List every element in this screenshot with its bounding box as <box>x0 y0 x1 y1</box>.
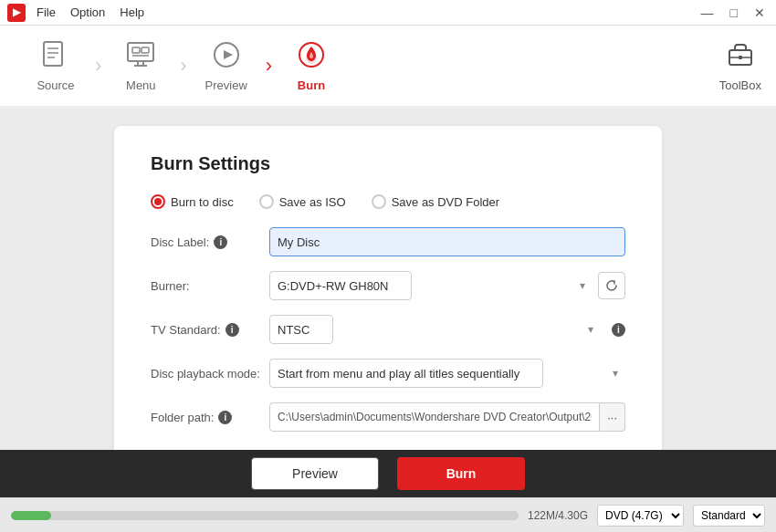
preview-nav-label: Preview <box>205 78 247 92</box>
nav-items: Source › Menu › <box>15 26 352 106</box>
radio-circle-iso <box>259 194 274 209</box>
disc-playback-arrow-wrap: Start from menu and play all titles sequ… <box>269 359 625 388</box>
minimize-button[interactable]: — <box>697 5 718 20</box>
radio-save-iso[interactable]: Save as ISO <box>259 194 346 209</box>
disc-playback-select[interactable]: Start from menu and play all titles sequ… <box>269 359 543 388</box>
preview-icon <box>211 39 242 75</box>
burn-settings-card: Burn Settings Burn to disc Save as ISO S… <box>114 126 662 450</box>
svg-rect-4 <box>128 43 153 61</box>
progress-bar-fill <box>11 511 51 520</box>
menu-file[interactable]: File <box>37 5 56 19</box>
title-bar: ▶ File Option Help — □ ✕ <box>0 0 776 26</box>
maximize-button[interactable]: □ <box>727 5 741 20</box>
svg-rect-0 <box>44 42 62 66</box>
burner-label: Burner: <box>151 279 269 293</box>
burner-select-arrow-wrap: G:DVD+-RW GH80N <box>269 271 592 300</box>
toolbox-label: ToolBox <box>719 78 761 92</box>
action-bar: Preview Burn <box>0 450 776 497</box>
folder-path-button[interactable]: ··· <box>600 402 625 432</box>
burner-select-wrap: G:DVD+-RW GH80N <box>269 271 625 300</box>
nav-item-preview[interactable]: Preview <box>185 26 267 106</box>
toolbox-icon <box>726 39 755 75</box>
burn-button[interactable]: Burn <box>397 457 525 490</box>
disc-label-label: Disc Label: i <box>151 235 269 249</box>
tv-standard-select-wrap: NTSC PAL i <box>269 315 625 344</box>
title-bar-left: ▶ File Option Help <box>7 4 144 22</box>
main-content: Burn Settings Burn to disc Save as ISO S… <box>0 108 776 450</box>
toolbar: Source › Menu › <box>0 26 776 108</box>
radio-dvd-label: Save as DVD Folder <box>392 195 500 209</box>
source-icon <box>40 39 71 75</box>
nav-item-source[interactable]: Source <box>15 26 97 106</box>
disc-label-info-icon[interactable]: i <box>214 235 227 249</box>
progress-bar-wrap <box>11 511 519 520</box>
radio-save-dvd-folder[interactable]: Save as DVD Folder <box>372 194 500 209</box>
disc-type-wrap: DVD (4.7G) Blu-ray 25G <box>597 505 684 527</box>
menu-option[interactable]: Option <box>70 5 105 19</box>
menu-bar: File Option Help <box>37 5 144 19</box>
close-button[interactable]: ✕ <box>750 5 769 20</box>
svg-rect-5 <box>132 47 140 53</box>
nav-item-menu[interactable]: Menu <box>100 26 182 106</box>
folder-path-info-icon[interactable]: i <box>218 411 232 424</box>
progress-text: 122M/4.30G <box>528 509 588 522</box>
nav-item-burn[interactable]: Burn <box>270 26 352 106</box>
svg-rect-17 <box>739 56 742 59</box>
menu-help[interactable]: Help <box>120 5 144 19</box>
burner-row: Burner: G:DVD+-RW GH80N <box>151 271 625 300</box>
source-label: Source <box>37 78 74 92</box>
burner-select[interactable]: G:DVD+-RW GH80N <box>269 271 412 300</box>
tv-standard-select[interactable]: NTSC PAL <box>269 315 333 344</box>
title-bar-controls: — □ ✕ <box>697 5 769 20</box>
tv-standard-row: TV Standard: i NTSC PAL i <box>151 315 625 344</box>
toolbox-button[interactable]: ToolBox <box>719 39 761 92</box>
disc-playback-row: Disc playback mode: Start from menu and … <box>151 359 625 388</box>
radio-circle-burn <box>151 194 165 209</box>
refresh-button[interactable] <box>598 272 625 299</box>
svg-marker-12 <box>224 50 233 59</box>
card-title: Burn Settings <box>151 153 625 174</box>
svg-rect-6 <box>142 47 149 53</box>
disc-label-row: Disc Label: i <box>151 227 625 256</box>
menu-icon <box>125 39 156 75</box>
tv-standard-right-info-icon[interactable]: i <box>612 323 625 337</box>
radio-iso-label: Save as ISO <box>279 195 346 209</box>
disc-label-input[interactable] <box>269 227 625 256</box>
preview-button[interactable]: Preview <box>251 457 379 490</box>
burn-icon <box>296 39 327 75</box>
quality-select[interactable]: Standard High Low <box>693 505 765 527</box>
disc-playback-label: Disc playback mode: <box>151 367 269 381</box>
status-bar: 122M/4.30G DVD (4.7G) Blu-ray 25G Standa… <box>0 497 776 532</box>
radio-burn-label: Burn to disc <box>171 195 234 209</box>
tv-standard-info-icon[interactable]: i <box>225 323 239 337</box>
radio-burn-to-disc[interactable]: Burn to disc <box>151 194 234 209</box>
tv-standard-label: TV Standard: i <box>151 323 269 337</box>
quality-wrap: Standard High Low <box>693 505 765 527</box>
folder-path-label: Folder path: i <box>151 411 269 424</box>
menu-nav-label: Menu <box>126 78 156 92</box>
disc-type-select[interactable]: DVD (4.7G) Blu-ray 25G <box>597 505 684 527</box>
burn-nav-label: Burn <box>298 78 325 92</box>
radio-group: Burn to disc Save as ISO Save as DVD Fol… <box>151 194 625 209</box>
folder-path-wrap: ··· <box>269 402 625 432</box>
folder-path-input[interactable] <box>269 402 600 432</box>
radio-circle-dvd <box>372 194 386 209</box>
app-logo: ▶ <box>7 4 26 22</box>
tv-standard-arrow-wrap: NTSC PAL <box>269 315 601 344</box>
folder-path-row: Folder path: i ··· <box>151 402 625 432</box>
